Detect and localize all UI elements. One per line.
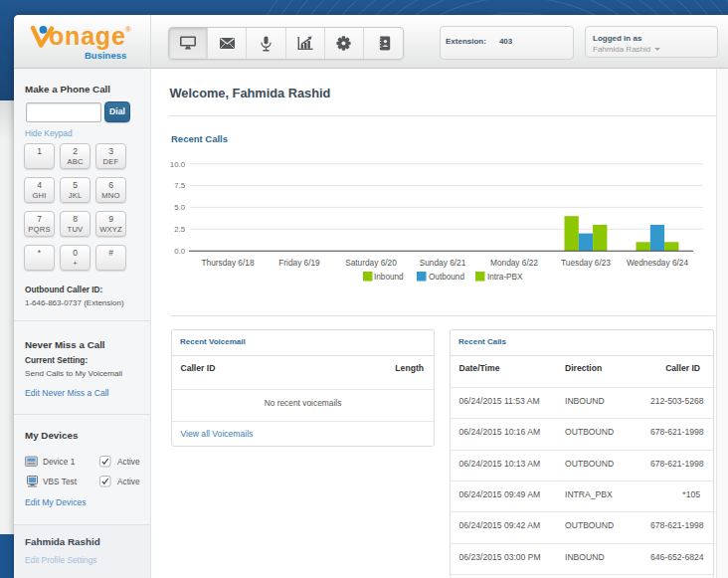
svg-text:7.5: 7.5 [174,181,186,190]
svg-text:Friday 6/19: Friday 6/19 [278,258,320,268]
svg-text:10.0: 10.0 [170,160,186,169]
svg-text:Sunday 6/21: Sunday 6/21 [420,258,466,268]
svg-text:Saturday 6/20: Saturday 6/20 [345,258,397,268]
svg-text:Inbound: Inbound [374,273,404,282]
svg-text:Outbound: Outbound [429,273,464,282]
svg-text:0.0: 0.0 [174,247,186,256]
svg-text:Thursday 6/18: Thursday 6/18 [201,258,254,268]
svg-text:5.0: 5.0 [174,203,186,212]
svg-text:Intra-PBX: Intra-PBX [487,273,523,282]
svg-text:2.5: 2.5 [174,225,186,234]
svg-text:Monday 6/22: Monday 6/22 [490,258,538,268]
svg-text:Wednesday 6/24: Wednesday 6/24 [627,258,689,268]
svg-text:Tuesday 6/23: Tuesday 6/23 [561,258,611,268]
